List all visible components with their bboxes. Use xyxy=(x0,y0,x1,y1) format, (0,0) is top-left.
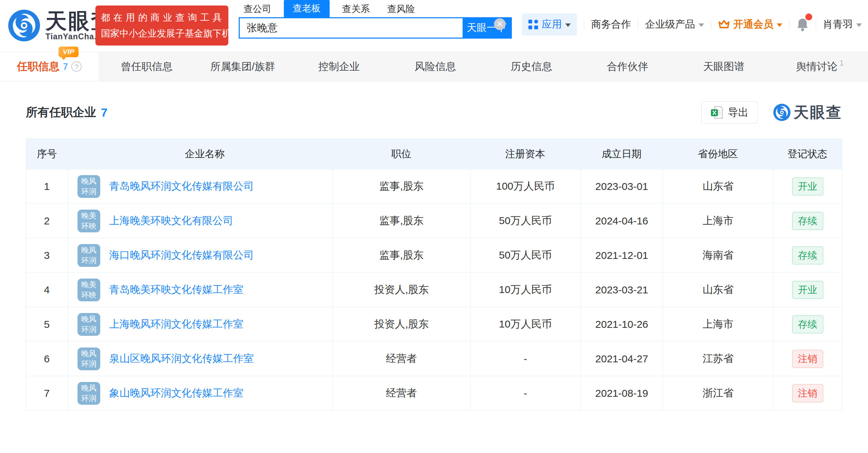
capital-cell: 100万人民币 xyxy=(470,169,580,203)
open-vip-button[interactable]: 开通会员 xyxy=(718,18,782,31)
vip-badge: VIP xyxy=(59,47,79,57)
chevron-down-icon xyxy=(565,23,571,27)
search-tab-boss[interactable]: 查老板 xyxy=(284,0,330,17)
companies-count: 7 xyxy=(101,106,107,119)
company-link[interactable]: 青岛晚风环润文化传媒有限公司 xyxy=(109,179,254,193)
company-link[interactable]: 上海晚风环润文化传媒工作室 xyxy=(109,317,244,331)
divider xyxy=(816,19,816,30)
tab-public-opinion[interactable]: 舆情讨论 1 xyxy=(772,52,868,81)
search-tabs: 查公司 查老板 查关系 查风险 xyxy=(239,2,512,17)
company-avatar: 晚风 环润 xyxy=(78,244,100,267)
position-cell: 经营者 xyxy=(332,376,470,410)
user-menu[interactable]: 肖青羽 xyxy=(823,18,862,31)
employment-count: 7 xyxy=(63,61,68,72)
status-badge: 开业 xyxy=(792,178,823,195)
top-header: 天眼查 TianYanCha.com 都在用的商业查询工具 国家中小企业发展子基… xyxy=(0,0,868,52)
chevron-down-icon xyxy=(777,23,782,27)
tab-past-employment[interactable]: 曾任职信息 xyxy=(99,52,195,81)
table-row: 7 晚风 环润 象山晚风环润文化传媒工作室 经营者 - 2021-08-19 浙… xyxy=(26,376,842,410)
row-index: 3 xyxy=(26,238,68,272)
tab-employment-info-active[interactable]: VIP 任职信息 7 ? xyxy=(0,52,99,81)
tab-history-info[interactable]: 历史信息 xyxy=(483,52,579,81)
region-cell: 上海市 xyxy=(663,204,773,238)
status-badge: 存续 xyxy=(792,212,823,230)
table-header: 序号 企业名称 职位 注册资本 成立日期 省份地区 登记状态 xyxy=(26,139,842,169)
company-link[interactable]: 青岛晚美环映文化传媒工作室 xyxy=(109,283,244,297)
status-badge: 存续 xyxy=(792,315,823,333)
row-index: 5 xyxy=(26,307,68,341)
divider xyxy=(584,19,584,30)
banner-line1: 都在用的商业查询工具 xyxy=(101,11,223,24)
enterprise-products-menu[interactable]: 企业级产品 xyxy=(645,18,704,31)
export-button[interactable]: 导出 xyxy=(701,101,758,123)
tianyancha-page: 天眼查 TianYanCha.com 都在用的商业查询工具 国家中小企业发展子基… xyxy=(0,0,868,453)
col-status: 登记状态 xyxy=(773,147,842,161)
watermark-text: 天眼查 xyxy=(794,102,842,123)
tab-risk-info[interactable]: 风险信息 xyxy=(387,52,483,81)
region-cell: 海南省 xyxy=(663,238,773,272)
date-cell: 2023-03-21 xyxy=(580,273,663,307)
table-row: 1 晚风 环润 青岛晚风环润文化传媒有限公司 监事,股东 100万人民币 202… xyxy=(26,169,842,203)
capital-cell: 10万人民币 xyxy=(470,307,580,341)
username: 肖青羽 xyxy=(823,18,853,31)
col-index: 序号 xyxy=(26,147,68,161)
search-input[interactable]: 张晚意 xyxy=(240,18,463,38)
search-tab-company[interactable]: 查公司 xyxy=(239,1,276,17)
position-cell: 投资人,股东 xyxy=(332,307,470,341)
tab-group[interactable]: 所属集团/族群 xyxy=(195,52,291,81)
date-cell: 2021-08-19 xyxy=(580,376,663,410)
tianyancha-logo-icon xyxy=(773,103,791,121)
banner-line2: 国家中小企业发展子基金旗下机构 xyxy=(101,27,223,40)
date-cell: 2021-10-26 xyxy=(580,307,663,341)
notification-dot xyxy=(805,13,812,20)
region-cell: 江苏省 xyxy=(663,342,773,376)
capital-cell: 50万人民币 xyxy=(470,238,580,272)
company-avatar: 晚风 环润 xyxy=(78,313,100,336)
section-tabs: VIP 任职信息 7 ? 曾任职信息 所属集团/族群 控制企业 风险信息 历史信… xyxy=(0,52,868,81)
companies-table: 序号 企业名称 职位 注册资本 成立日期 省份地区 登记状态 1 晚风 环润 青… xyxy=(26,139,842,411)
tab-graph[interactable]: 天眼图谱 xyxy=(676,52,772,81)
tianyancha-logo-icon xyxy=(8,9,41,42)
company-avatar: 晚风 环润 xyxy=(78,175,100,198)
content-header: 所有任职企业 7 导出 xyxy=(26,101,842,123)
company-link[interactable]: 泉山区晚风环润文化传媒工作室 xyxy=(109,352,254,366)
search-tab-risk[interactable]: 查风险 xyxy=(382,1,420,17)
position-cell: 监事,股东 xyxy=(332,169,470,203)
apps-grid-icon xyxy=(528,19,538,30)
tab-partners[interactable]: 合作伙伴 xyxy=(579,52,675,81)
search-tab-relation[interactable]: 查关系 xyxy=(337,1,375,17)
date-cell: 2021-12-01 xyxy=(580,238,663,272)
table-row: 5 晚风 环润 上海晚风环润文化传媒工作室 投资人,股东 10万人民币 2021… xyxy=(26,307,842,341)
crown-icon xyxy=(718,19,730,30)
company-link[interactable]: 海口晚风环润文化传媒有限公司 xyxy=(109,248,254,262)
company-link[interactable]: 上海晚美环映文化有限公司 xyxy=(109,214,233,228)
notifications-button[interactable] xyxy=(796,18,809,31)
col-company: 企业名称 xyxy=(68,147,332,161)
row-index: 7 xyxy=(26,376,68,410)
company-avatar: 晚美 环映 xyxy=(78,210,100,232)
apps-menu-button[interactable]: 应用 xyxy=(522,13,577,36)
date-cell: 2024-04-16 xyxy=(580,204,663,238)
clear-search-icon[interactable]: ✕ xyxy=(494,18,506,30)
business-cooperation-link[interactable]: 商务合作 xyxy=(591,18,631,31)
capital-cell: - xyxy=(470,376,580,410)
chevron-down-icon xyxy=(856,23,862,27)
status-badge: 注销 xyxy=(792,350,823,368)
date-cell: 2023-03-01 xyxy=(580,169,663,203)
search-area: 查公司 查老板 查关系 查风险 张晚意 ✕ 天眼一下 xyxy=(239,2,512,39)
question-circle-icon[interactable]: ? xyxy=(71,61,82,72)
region-cell: 山东省 xyxy=(663,273,773,307)
tab-controlled-companies[interactable]: 控制企业 xyxy=(291,52,387,81)
row-index: 2 xyxy=(26,204,68,238)
col-capital: 注册资本 xyxy=(470,147,580,161)
company-avatar: 晚美 环映 xyxy=(78,279,100,301)
position-cell: 监事,股东 xyxy=(332,238,470,272)
company-link[interactable]: 象山晚风环润文化传媒工作室 xyxy=(109,386,244,400)
row-index: 4 xyxy=(26,273,68,307)
company-avatar: 晚风 环润 xyxy=(78,348,100,370)
promo-banner: 都在用的商业查询工具 国家中小企业发展子基金旗下机构 xyxy=(95,6,228,46)
divider xyxy=(711,19,711,30)
page-title: 所有任职企业 xyxy=(26,104,96,120)
status-badge: 开业 xyxy=(792,281,823,299)
position-cell: 监事,股东 xyxy=(332,204,470,238)
